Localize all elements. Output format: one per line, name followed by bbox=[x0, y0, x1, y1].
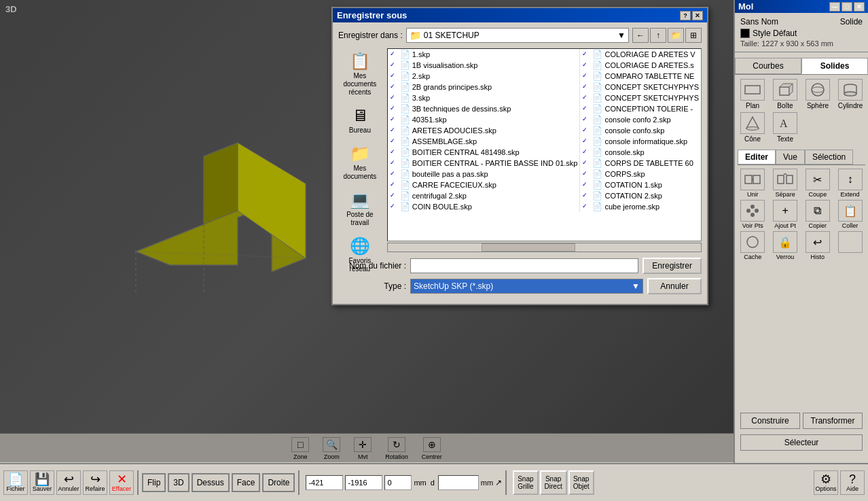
file-item[interactable]: ✓📄ARETES ADOUCIES.skp bbox=[388, 125, 580, 136]
tool-coller[interactable]: 📋 Coller bbox=[835, 200, 865, 229]
file-item[interactable]: ✓📄2.skp bbox=[388, 71, 580, 82]
file-item[interactable]: ✓📄centrifugal 2.skp bbox=[388, 190, 580, 201]
snap-objet-button[interactable]: Snap Objet bbox=[568, 470, 594, 495]
shape-cylindre[interactable]: Cylindre bbox=[835, 79, 865, 109]
transformer-button[interactable]: Transformer bbox=[803, 413, 863, 429]
face-button[interactable]: Face bbox=[232, 473, 261, 492]
snap-direct-button[interactable]: Snap Direct bbox=[540, 470, 567, 495]
edit-tab-vue[interactable]: Vue bbox=[776, 150, 805, 165]
file-item[interactable]: ✓📄BOITIER CENTRAL 481498.skp bbox=[388, 147, 580, 158]
file-item[interactable]: ✓📄bouteille pas a pas.skp bbox=[388, 169, 580, 179]
refaire-button[interactable]: ↪ Refaire bbox=[83, 470, 107, 495]
file-item[interactable]: ✓📄console informatique.skp bbox=[580, 136, 701, 147]
shape-boite[interactable]: Boîte bbox=[770, 79, 800, 109]
file-item[interactable]: ✓📄cube jerome.skp bbox=[580, 201, 701, 212]
file-item[interactable]: ✓📄1.skp bbox=[388, 49, 580, 60]
dialog-help-button[interactable]: ? bbox=[680, 11, 691, 20]
file-item[interactable]: ✓📄CARRE FACECIEUX.skp bbox=[388, 179, 580, 190]
file-item[interactable]: ✓📄COTATION 1.skp bbox=[580, 179, 701, 190]
file-item[interactable]: ✓📄3B techniques de dessins.skp bbox=[388, 103, 580, 114]
left-nav-desktop[interactable]: 🖥 Bureau bbox=[338, 103, 382, 138]
file-list[interactable]: ✓📄1.skp✓📄1B visualisation.skp✓📄2.skp✓📄2B… bbox=[387, 48, 702, 241]
tab-solides[interactable]: Solides bbox=[801, 58, 868, 74]
file-item[interactable]: ✓📄CORPS DE TABLETTE 60 bbox=[580, 158, 701, 169]
location-dropdown[interactable]: 📁 01 SKETCHUP ▼ bbox=[406, 28, 629, 43]
save-button[interactable]: Enregistrer bbox=[643, 258, 702, 274]
droite-button[interactable]: Droite bbox=[262, 473, 295, 492]
flip-button[interactable]: Flip bbox=[142, 473, 166, 492]
cancel-button[interactable]: Annuler bbox=[647, 278, 702, 294]
left-nav-desktop-label: Bureau bbox=[349, 126, 371, 135]
tool-voir-pts[interactable]: Voir Pts bbox=[738, 200, 768, 229]
tool-ajout-pt[interactable]: + Ajout Pt bbox=[770, 200, 801, 229]
file-item[interactable]: ✓📄COLORIAGE D ARETES V bbox=[580, 49, 701, 60]
left-nav-documents[interactable]: 📁 Mes documents bbox=[338, 141, 382, 184]
y-coord-input[interactable] bbox=[345, 475, 382, 490]
separator-3 bbox=[505, 470, 507, 495]
tool-unir[interactable]: Unir bbox=[738, 169, 768, 198]
nav-new-folder-button[interactable]: 📁 bbox=[668, 28, 684, 43]
shape-plan[interactable]: Plan bbox=[738, 79, 767, 109]
cone-icon bbox=[740, 112, 765, 134]
edit-tab-editer[interactable]: Editer bbox=[738, 150, 776, 165]
file-item[interactable]: ✓📄CORPS.skp bbox=[580, 169, 701, 179]
nav-view-button[interactable]: ⊞ bbox=[685, 28, 702, 43]
file-item[interactable]: ✓📄COMPARO TABLETTE NE bbox=[580, 71, 701, 82]
fichier-button[interactable]: 📄 Fichier bbox=[3, 470, 28, 495]
file-item[interactable]: ✓📄2B grands principes.skp bbox=[388, 82, 580, 92]
3d-button[interactable]: 3D bbox=[168, 473, 189, 492]
file-item[interactable]: ✓📄CONCEPTION TOLERIE - bbox=[580, 103, 701, 114]
file-item[interactable]: ✓📄COIN BOULE.skp bbox=[388, 201, 580, 212]
file-list-scrollbar[interactable] bbox=[387, 243, 702, 252]
tool-verrou[interactable]: 🔒 Verrou bbox=[770, 231, 801, 260]
minimize-button[interactable]: — bbox=[829, 2, 840, 12]
shape-cone[interactable]: Cône bbox=[738, 112, 767, 143]
file-item[interactable]: ✓📄console.skp bbox=[580, 147, 701, 158]
edit-tab-selection[interactable]: Sélection bbox=[805, 150, 853, 165]
d-input[interactable] bbox=[438, 475, 479, 490]
tab-courbes[interactable]: Courbes bbox=[735, 58, 801, 74]
aide-button[interactable]: ? Aide bbox=[840, 470, 865, 495]
shape-texte[interactable]: A Texte bbox=[770, 112, 800, 143]
selecteur-button[interactable]: Sélecteur bbox=[740, 434, 863, 451]
z-coord-input[interactable] bbox=[384, 475, 412, 490]
tool-coupe[interactable]: ✂ Coupe bbox=[803, 169, 833, 198]
file-item[interactable]: ✓📄3.skp bbox=[388, 92, 580, 103]
snap-grille-button[interactable]: Snap Grille bbox=[513, 470, 538, 495]
tool-copier[interactable]: ⧉ Copier bbox=[803, 200, 833, 229]
file-item[interactable]: ✓📄CONCEPT SKETCHYPHYS bbox=[580, 92, 701, 103]
maximize-button[interactable]: □ bbox=[842, 2, 852, 12]
x-coord-input[interactable] bbox=[306, 475, 343, 490]
file-item[interactable]: ✓📄BOITIER CENTRAL - PARTIE BASSE IND 01.… bbox=[388, 158, 580, 169]
shape-sphere[interactable]: Sphère bbox=[803, 79, 833, 109]
extend-label: Extend bbox=[841, 191, 860, 198]
file-item[interactable]: ✓📄CONCEPT SKETCHYPHYS bbox=[580, 82, 701, 92]
left-nav-recent[interactable]: 📋 Mes documents récents bbox=[338, 48, 382, 100]
file-item[interactable]: ✓📄COLORIAGE D ARETES.s bbox=[580, 60, 701, 71]
nav-up-button[interactable]: ↑ bbox=[650, 28, 666, 43]
tool-cache[interactable]: Cache bbox=[738, 231, 768, 260]
file-item[interactable]: ✓📄40351.skp bbox=[388, 114, 580, 125]
angle-indicator: ↗ bbox=[495, 478, 502, 487]
cache-label: Cache bbox=[744, 254, 761, 260]
annuler-button[interactable]: ↩ Annuler bbox=[56, 470, 81, 495]
tool-extend[interactable]: ↕ Extend bbox=[835, 169, 865, 198]
dessus-button[interactable]: Dessus bbox=[192, 473, 230, 492]
nav-back-button[interactable]: ← bbox=[632, 28, 649, 43]
file-item[interactable]: ✓📄console confo.skp bbox=[580, 125, 701, 136]
file-item[interactable]: ✓📄COTATION 2.skp bbox=[580, 190, 701, 201]
left-nav-computer[interactable]: 💻 Poste de travail bbox=[338, 187, 382, 230]
options-button[interactable]: ⚙ Options bbox=[814, 470, 838, 495]
filename-input[interactable] bbox=[410, 258, 638, 273]
tool-histo[interactable]: ↩ Histo bbox=[803, 231, 833, 260]
effacer-button[interactable]: ✕ Effacer bbox=[109, 470, 134, 495]
sauver-button[interactable]: 💾 Sauver bbox=[30, 470, 54, 495]
type-dropdown[interactable]: SketchUp SKP (*.skp) ▼ bbox=[410, 279, 643, 294]
close-button[interactable]: ✕ bbox=[854, 2, 865, 12]
file-item[interactable]: ✓📄1B visualisation.skp bbox=[388, 60, 580, 71]
tool-separe[interactable]: Sépare bbox=[770, 169, 801, 198]
construire-button[interactable]: Construire bbox=[740, 413, 800, 429]
file-item[interactable]: ✓📄ASSEMBLAGE.skp bbox=[388, 136, 580, 147]
file-item[interactable]: ✓📄console confo 2.skp bbox=[580, 114, 701, 125]
dialog-close-button[interactable]: ✕ bbox=[692, 11, 703, 20]
